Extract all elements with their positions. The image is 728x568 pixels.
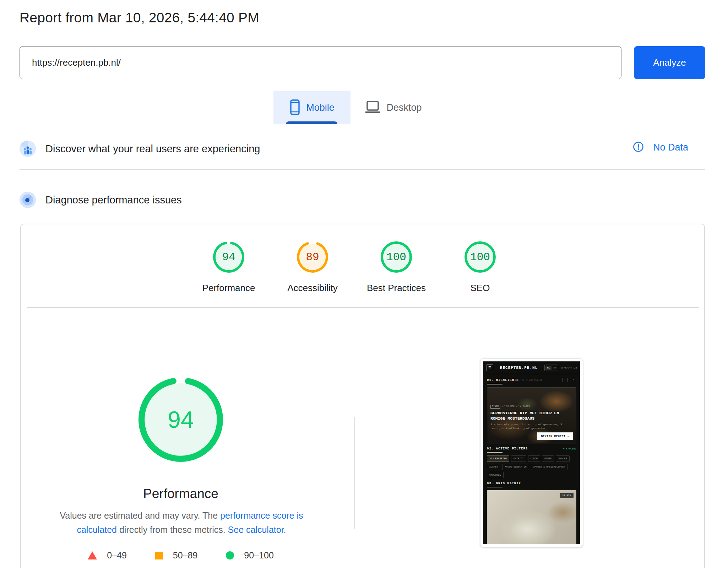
lab-report-card: 94 Performance 89 Accessibility bbox=[20, 224, 705, 568]
filter-chip: KOUDE GERECHTEN bbox=[502, 464, 529, 470]
lang-en: EN bbox=[553, 366, 557, 370]
tab-mobile[interactable]: Mobile bbox=[273, 91, 351, 124]
clock-icon: ◷ bbox=[561, 366, 563, 369]
filter-chips: 392 RECEPTEN ONTBIJT LUNCH DINER SNACKS … bbox=[487, 455, 576, 478]
legend-good: 90–100 bbox=[226, 550, 273, 561]
section-divider bbox=[20, 169, 705, 170]
good-circle-icon bbox=[226, 551, 234, 559]
active-tab-indicator bbox=[286, 121, 337, 124]
category-best-practices[interactable]: 100 Best Practices bbox=[354, 241, 438, 294]
score-legend: 0–49 50–89 90–100 bbox=[56, 550, 305, 561]
rotation-status: ROTATION_ACTIVE bbox=[522, 379, 559, 381]
carousel-next-icon: › bbox=[571, 378, 576, 382]
lang-nl: NL bbox=[545, 366, 551, 370]
category-seo[interactable]: 100 SEO bbox=[438, 241, 522, 294]
filter-chip: SAUZEN & BASISRECEPTEN bbox=[531, 464, 568, 470]
filter-chip: LUNCH bbox=[528, 455, 540, 462]
gauge-screenshot-divider bbox=[354, 417, 355, 529]
seo-score-label: SEO bbox=[471, 283, 490, 294]
real-users-icon bbox=[20, 141, 36, 157]
filter-chip: ONTBIJT bbox=[511, 455, 526, 462]
score-disclaimer: Values are estimated and may vary. The p… bbox=[54, 508, 309, 537]
mobile-phone-icon bbox=[289, 99, 300, 117]
filter-chip: SNACKS bbox=[556, 455, 569, 462]
legend-average: 50–89 bbox=[155, 550, 198, 561]
syncing-status: + SYNCING bbox=[563, 447, 576, 450]
tab-mobile-label: Mobile bbox=[306, 102, 335, 113]
recipe-time-badge: 20 MIN bbox=[560, 493, 574, 498]
legend-fail: 0–49 bbox=[88, 550, 127, 561]
filters-section: 02. ACTIVE FILTERS + SYNCING 392 RECEPTE… bbox=[483, 443, 580, 478]
legend-average-range: 50–89 bbox=[173, 550, 198, 561]
category-scores-row: 94 Performance 89 Accessibility bbox=[13, 241, 696, 294]
category-accessibility[interactable]: 89 Accessibility bbox=[271, 241, 354, 294]
carousel-prev-icon: ‹ bbox=[562, 378, 568, 382]
no-data-link[interactable]: No Data bbox=[633, 141, 688, 154]
highlights-title: 01. HIGHLIGHTS bbox=[487, 378, 519, 382]
recipe-photo: 20 MIN bbox=[487, 490, 576, 544]
accessibility-score-value: 89 bbox=[296, 241, 329, 273]
lab-data-row: Diagnose performance issues bbox=[20, 192, 182, 208]
alert-circle-icon bbox=[633, 141, 644, 154]
average-square-icon bbox=[155, 552, 163, 559]
hero-meta: // 20 MIN // 4 GASTS bbox=[502, 405, 530, 408]
hero-recipe-description: 2 scharrelkippen, 2 uien, grof gesneden,… bbox=[490, 422, 573, 430]
no-data-label: No Data bbox=[653, 142, 688, 153]
disclaimer-text-2: directly from these metrics. bbox=[117, 525, 228, 535]
filters-title: 02. ACTIVE FILTERS bbox=[487, 447, 528, 450]
see-calculator-link[interactable]: See calculator. bbox=[228, 525, 286, 535]
disclaimer-text-1: Values are estimated and may vary. The bbox=[60, 510, 220, 520]
legend-good-range: 90–100 bbox=[244, 550, 273, 561]
card-divider bbox=[27, 307, 699, 308]
accessibility-score-label: Accessibility bbox=[287, 283, 338, 294]
screenshot-content: ≡ RECEPTEN.PB.NL NL EN ◷ 09:44:23 01. HI… bbox=[483, 361, 580, 544]
fail-triangle-icon bbox=[88, 551, 97, 559]
field-data-heading: Discover what your real users are experi… bbox=[45, 143, 260, 155]
performance-gauge-value: 94 bbox=[138, 377, 223, 462]
filter-chip: DINER bbox=[542, 455, 554, 462]
language-toggle: NL EN bbox=[544, 365, 558, 371]
section-underline bbox=[487, 452, 502, 453]
filter-chip: 392 RECEPTEN bbox=[487, 455, 509, 462]
seo-score-value: 100 bbox=[464, 241, 496, 273]
hero-recipe-card: DINER // 20 MIN // 4 GASTS GEROOSTERDE K… bbox=[487, 387, 576, 443]
grid-section: 03. GRID MATRIX bbox=[483, 478, 580, 487]
legend-fail-range: 0–49 bbox=[107, 550, 127, 561]
url-input[interactable] bbox=[20, 46, 621, 79]
section-underline bbox=[487, 487, 502, 487]
accessibility-score-ring: 89 bbox=[296, 241, 329, 273]
page-title: Report from Mar 10, 2026, 5:44:40 PM bbox=[20, 10, 259, 26]
filter-chip: SOEPEN bbox=[487, 464, 500, 470]
best-practices-score-value: 100 bbox=[380, 241, 413, 273]
tab-desktop[interactable]: Desktop bbox=[355, 91, 431, 124]
screenshot-site-header: ≡ RECEPTEN.PB.NL NL EN ◷ 09:44:23 bbox=[483, 361, 580, 374]
section-underline bbox=[487, 384, 502, 384]
screenshot-site-title: RECEPTEN.PB.NL bbox=[496, 366, 542, 370]
grid-title: 03. GRID MATRIX bbox=[487, 482, 521, 485]
tab-desktop-label: Desktop bbox=[386, 102, 422, 113]
lab-data-heading: Diagnose performance issues bbox=[45, 194, 182, 206]
hamburger-menu-icon: ≡ bbox=[486, 364, 493, 371]
seo-score-ring: 100 bbox=[464, 241, 496, 273]
pagespeed-report: Report from Mar 10, 2026, 5:44:40 PM Ana… bbox=[0, 0, 728, 568]
view-recipe-button: BEKIJK RECEPT → bbox=[537, 432, 573, 440]
page-screenshot-thumbnail[interactable]: ≡ RECEPTEN.PB.NL NL EN ◷ 09:44:23 01. HI… bbox=[480, 358, 583, 547]
performance-score-value: 94 bbox=[212, 241, 245, 273]
performance-gauge: 94 bbox=[138, 377, 223, 462]
category-performance[interactable]: 94 Performance bbox=[187, 241, 271, 294]
diagnose-gauge-icon bbox=[20, 192, 36, 208]
performance-score-ring: 94 bbox=[212, 241, 245, 273]
highlights-section: 01. HIGHLIGHTS ROTATION_ACTIVE ‹ › bbox=[483, 374, 580, 384]
performance-gauge-title: Performance bbox=[56, 486, 305, 501]
desktop-laptop-icon bbox=[365, 100, 381, 115]
best-practices-score-label: Best Practices bbox=[367, 283, 426, 294]
site-clock: ◷ 09:44:23 bbox=[561, 366, 577, 369]
best-practices-score-ring: 100 bbox=[380, 241, 413, 273]
hero-recipe-title: GEROOSTERDE KIP MET CIDER EN ROMIGE MOST… bbox=[490, 410, 573, 421]
hero-tag: DINER bbox=[490, 405, 500, 409]
field-data-row: Discover what your real users are experi… bbox=[20, 141, 260, 157]
analyze-button[interactable]: Analyze bbox=[634, 46, 705, 79]
performance-score-label: Performance bbox=[202, 283, 255, 294]
filter-chip: ONDERWEG bbox=[487, 472, 504, 478]
